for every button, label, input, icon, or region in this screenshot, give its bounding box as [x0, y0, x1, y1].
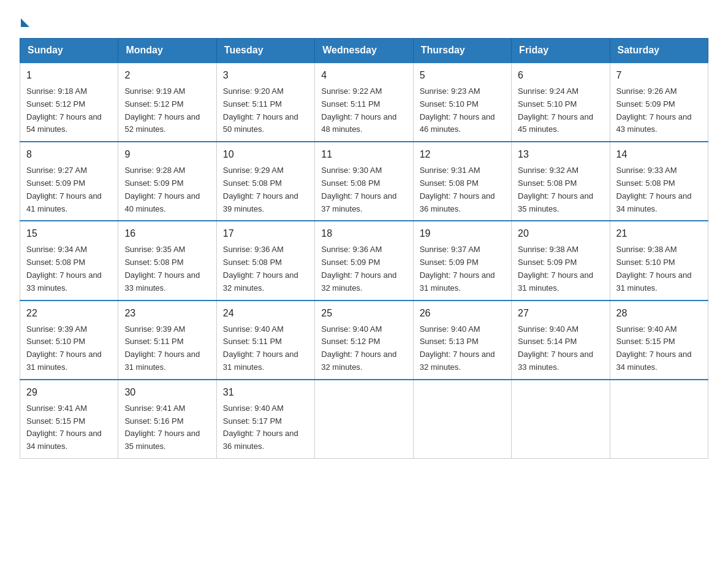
- day-number: 25: [321, 306, 406, 321]
- day-header-saturday: Saturday: [610, 39, 708, 63]
- day-info: Sunrise: 9:40 AMSunset: 5:15 PMDaylight:…: [616, 324, 692, 372]
- day-number: 13: [518, 147, 603, 162]
- day-number: 2: [124, 68, 210, 83]
- day-number: 9: [124, 147, 210, 162]
- calendar-day-cell: 18Sunrise: 9:36 AMSunset: 5:09 PMDayligh…: [315, 221, 413, 300]
- logo-arrow-icon: [21, 18, 29, 27]
- calendar-week-row: 15Sunrise: 9:34 AMSunset: 5:08 PMDayligh…: [20, 221, 708, 300]
- day-info: Sunrise: 9:26 AMSunset: 5:09 PMDaylight:…: [616, 86, 692, 134]
- day-header-monday: Monday: [118, 39, 216, 63]
- empty-cell: [610, 380, 708, 459]
- day-number: 26: [420, 306, 505, 321]
- day-number: 31: [223, 385, 308, 400]
- day-number: 18: [321, 226, 406, 241]
- day-info: Sunrise: 9:38 AMSunset: 5:09 PMDaylight:…: [518, 245, 593, 292]
- day-number: 23: [124, 306, 210, 321]
- calendar-week-row: 1Sunrise: 9:18 AMSunset: 5:12 PMDaylight…: [20, 63, 708, 142]
- calendar-day-cell: 12Sunrise: 9:31 AMSunset: 5:08 PMDayligh…: [413, 142, 511, 221]
- day-number: 16: [124, 226, 210, 241]
- calendar-day-cell: 19Sunrise: 9:37 AMSunset: 5:09 PMDayligh…: [413, 221, 511, 300]
- calendar-week-row: 22Sunrise: 9:39 AMSunset: 5:10 PMDayligh…: [20, 301, 708, 380]
- empty-cell: [512, 380, 610, 459]
- day-info: Sunrise: 9:18 AMSunset: 5:12 PMDaylight:…: [26, 86, 102, 134]
- day-info: Sunrise: 9:28 AMSunset: 5:09 PMDaylight:…: [124, 166, 200, 213]
- day-info: Sunrise: 9:40 AMSunset: 5:14 PMDaylight:…: [518, 324, 593, 372]
- calendar-day-cell: 31Sunrise: 9:40 AMSunset: 5:17 PMDayligh…: [216, 380, 314, 459]
- day-info: Sunrise: 9:40 AMSunset: 5:11 PMDaylight:…: [223, 324, 298, 372]
- calendar-day-cell: 15Sunrise: 9:34 AMSunset: 5:08 PMDayligh…: [20, 221, 118, 300]
- calendar-day-cell: 5Sunrise: 9:23 AMSunset: 5:10 PMDaylight…: [413, 63, 511, 142]
- calendar-day-cell: 25Sunrise: 9:40 AMSunset: 5:12 PMDayligh…: [315, 301, 413, 380]
- calendar-day-cell: 4Sunrise: 9:22 AMSunset: 5:11 PMDaylight…: [315, 63, 413, 142]
- day-info: Sunrise: 9:41 AMSunset: 5:16 PMDaylight:…: [124, 404, 200, 451]
- page-header: [20, 15, 708, 26]
- day-info: Sunrise: 9:36 AMSunset: 5:09 PMDaylight:…: [321, 245, 396, 292]
- day-info: Sunrise: 9:38 AMSunset: 5:10 PMDaylight:…: [616, 245, 692, 292]
- day-header-wednesday: Wednesday: [315, 39, 413, 63]
- day-info: Sunrise: 9:40 AMSunset: 5:13 PMDaylight:…: [420, 324, 495, 372]
- day-number: 8: [26, 147, 112, 162]
- day-number: 22: [26, 306, 112, 321]
- day-number: 11: [321, 147, 406, 162]
- calendar-day-cell: 8Sunrise: 9:27 AMSunset: 5:09 PMDaylight…: [20, 142, 118, 221]
- day-info: Sunrise: 9:39 AMSunset: 5:10 PMDaylight:…: [26, 324, 102, 372]
- calendar-day-cell: 26Sunrise: 9:40 AMSunset: 5:13 PMDayligh…: [413, 301, 511, 380]
- calendar-table: SundayMondayTuesdayWednesdayThursdayFrid…: [20, 38, 708, 459]
- day-info: Sunrise: 9:32 AMSunset: 5:08 PMDaylight:…: [518, 166, 593, 213]
- calendar-day-cell: 21Sunrise: 9:38 AMSunset: 5:10 PMDayligh…: [610, 221, 708, 300]
- calendar-day-cell: 24Sunrise: 9:40 AMSunset: 5:11 PMDayligh…: [216, 301, 314, 380]
- day-info: Sunrise: 9:33 AMSunset: 5:08 PMDaylight:…: [616, 166, 692, 213]
- calendar-day-cell: 20Sunrise: 9:38 AMSunset: 5:09 PMDayligh…: [512, 221, 610, 300]
- calendar-day-cell: 29Sunrise: 9:41 AMSunset: 5:15 PMDayligh…: [20, 380, 118, 459]
- calendar-day-cell: 3Sunrise: 9:20 AMSunset: 5:11 PMDaylight…: [216, 63, 314, 142]
- day-info: Sunrise: 9:27 AMSunset: 5:09 PMDaylight:…: [26, 166, 102, 213]
- calendar-day-cell: 30Sunrise: 9:41 AMSunset: 5:16 PMDayligh…: [118, 380, 216, 459]
- day-number: 6: [518, 68, 603, 83]
- calendar-day-cell: 22Sunrise: 9:39 AMSunset: 5:10 PMDayligh…: [20, 301, 118, 380]
- day-info: Sunrise: 9:37 AMSunset: 5:09 PMDaylight:…: [420, 245, 495, 292]
- day-number: 14: [616, 147, 702, 162]
- calendar-week-row: 8Sunrise: 9:27 AMSunset: 5:09 PMDaylight…: [20, 142, 708, 221]
- calendar-day-cell: 11Sunrise: 9:30 AMSunset: 5:08 PMDayligh…: [315, 142, 413, 221]
- day-number: 21: [616, 226, 702, 241]
- day-info: Sunrise: 9:36 AMSunset: 5:08 PMDaylight:…: [223, 245, 298, 292]
- day-number: 19: [420, 226, 505, 241]
- calendar-day-cell: 1Sunrise: 9:18 AMSunset: 5:12 PMDaylight…: [20, 63, 118, 142]
- day-number: 29: [26, 385, 112, 400]
- day-number: 24: [223, 306, 308, 321]
- day-number: 12: [420, 147, 505, 162]
- calendar-week-row: 29Sunrise: 9:41 AMSunset: 5:15 PMDayligh…: [20, 380, 708, 459]
- day-number: 7: [616, 68, 702, 83]
- day-info: Sunrise: 9:19 AMSunset: 5:12 PMDaylight:…: [124, 86, 200, 134]
- calendar-day-cell: 16Sunrise: 9:35 AMSunset: 5:08 PMDayligh…: [118, 221, 216, 300]
- day-info: Sunrise: 9:34 AMSunset: 5:08 PMDaylight:…: [26, 245, 102, 292]
- day-number: 20: [518, 226, 603, 241]
- day-number: 4: [321, 68, 406, 83]
- day-header-friday: Friday: [512, 39, 610, 63]
- day-number: 17: [223, 226, 308, 241]
- day-info: Sunrise: 9:20 AMSunset: 5:11 PMDaylight:…: [223, 86, 298, 134]
- calendar-day-cell: 23Sunrise: 9:39 AMSunset: 5:11 PMDayligh…: [118, 301, 216, 380]
- day-header-tuesday: Tuesday: [216, 39, 314, 63]
- day-number: 27: [518, 306, 603, 321]
- day-info: Sunrise: 9:40 AMSunset: 5:17 PMDaylight:…: [223, 404, 298, 451]
- day-number: 1: [26, 68, 112, 83]
- empty-cell: [413, 380, 511, 459]
- calendar-day-cell: 17Sunrise: 9:36 AMSunset: 5:08 PMDayligh…: [216, 221, 314, 300]
- day-info: Sunrise: 9:35 AMSunset: 5:08 PMDaylight:…: [124, 245, 200, 292]
- day-info: Sunrise: 9:30 AMSunset: 5:08 PMDaylight:…: [321, 166, 396, 213]
- day-number: 5: [420, 68, 505, 83]
- calendar-day-cell: 2Sunrise: 9:19 AMSunset: 5:12 PMDaylight…: [118, 63, 216, 142]
- day-number: 30: [124, 385, 210, 400]
- calendar-day-cell: 27Sunrise: 9:40 AMSunset: 5:14 PMDayligh…: [512, 301, 610, 380]
- empty-cell: [315, 380, 413, 459]
- calendar-header-row: SundayMondayTuesdayWednesdayThursdayFrid…: [20, 39, 708, 63]
- day-number: 28: [616, 306, 702, 321]
- calendar-day-cell: 14Sunrise: 9:33 AMSunset: 5:08 PMDayligh…: [610, 142, 708, 221]
- day-number: 3: [223, 68, 308, 83]
- calendar-day-cell: 28Sunrise: 9:40 AMSunset: 5:15 PMDayligh…: [610, 301, 708, 380]
- calendar-day-cell: 10Sunrise: 9:29 AMSunset: 5:08 PMDayligh…: [216, 142, 314, 221]
- day-info: Sunrise: 9:31 AMSunset: 5:08 PMDaylight:…: [420, 166, 495, 213]
- day-number: 10: [223, 147, 308, 162]
- calendar-day-cell: 6Sunrise: 9:24 AMSunset: 5:10 PMDaylight…: [512, 63, 610, 142]
